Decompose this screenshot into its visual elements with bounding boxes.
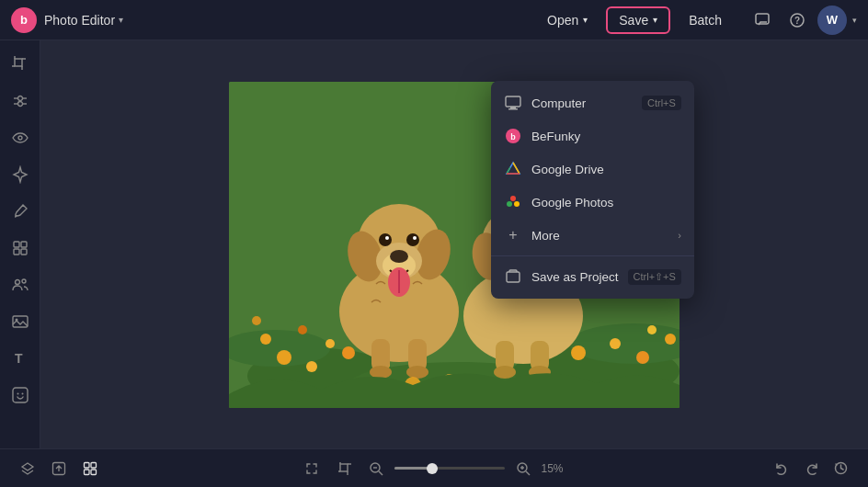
dropdown-divider <box>491 255 694 256</box>
footer-center: 15% <box>103 456 769 481</box>
undo-button[interactable] <box>769 456 794 481</box>
open-button[interactable]: Open ▾ <box>536 8 599 32</box>
project-icon <box>504 267 522 286</box>
header: b Photo Editor ▾ Open ▾ Save ▾ Batch ? W… <box>0 0 868 40</box>
svg-rect-102 <box>85 470 90 475</box>
redo-button[interactable] <box>798 456 824 481</box>
sidebar-item-brush[interactable] <box>4 195 37 228</box>
sidebar-item-eye[interactable] <box>4 121 37 154</box>
open-chevron: ▾ <box>583 15 588 25</box>
export-button[interactable] <box>46 456 72 481</box>
svg-point-96 <box>507 201 512 207</box>
save-computer-item[interactable]: Computer Ctrl+S <box>491 86 694 119</box>
expand-button[interactable] <box>299 456 325 481</box>
batch-button[interactable]: Batch <box>678 8 733 32</box>
project-label: Save as Project <box>531 270 619 284</box>
befunky-label: BeFunky <box>531 130 681 143</box>
svg-point-14 <box>18 136 22 140</box>
sidebar-item-sparkle[interactable] <box>4 158 37 191</box>
help-button[interactable]: ? <box>782 6 812 35</box>
save-button[interactable]: Save ▾ <box>606 6 670 34</box>
save-dropdown-menu: Computer Ctrl+S b BeFunky Google Drive <box>491 81 694 299</box>
zoom-out-button[interactable] <box>365 458 387 480</box>
svg-point-20 <box>22 279 26 283</box>
layers-button[interactable] <box>15 456 40 481</box>
svg-rect-3 <box>15 59 22 66</box>
svg-point-22 <box>15 319 17 322</box>
gphotos-icon <box>504 193 522 211</box>
computer-shortcut: Ctrl+S <box>642 96 681 110</box>
svg-point-26 <box>21 393 23 395</box>
svg-rect-87 <box>506 96 520 107</box>
svg-marker-92 <box>507 163 520 174</box>
avatar-chevron[interactable]: ▾ <box>852 16 857 25</box>
save-befunky-item[interactable]: b BeFunky <box>491 119 694 153</box>
sidebar: T <box>0 40 40 448</box>
zoom-level: 15% <box>542 462 574 475</box>
svg-line-115 <box>526 471 530 475</box>
svg-rect-24 <box>13 388 28 402</box>
computer-icon <box>504 94 522 112</box>
svg-rect-17 <box>14 249 19 255</box>
gdrive-icon <box>504 160 522 178</box>
svg-rect-104 <box>340 464 348 471</box>
app-logo[interactable]: b <box>11 7 37 33</box>
svg-rect-98 <box>507 272 520 282</box>
sidebar-item-layout[interactable] <box>4 232 37 265</box>
svg-rect-101 <box>91 462 97 468</box>
grid-button[interactable] <box>77 456 103 481</box>
save-chevron: ▾ <box>653 15 657 25</box>
zoom-thumb <box>427 463 438 474</box>
main-area: T <box>0 40 868 448</box>
more-chevron: › <box>678 230 681 241</box>
avatar-button[interactable]: W <box>817 6 847 35</box>
sidebar-item-people[interactable] <box>4 268 37 301</box>
more-icon: + <box>504 226 522 244</box>
svg-rect-103 <box>91 470 97 475</box>
svg-rect-15 <box>14 242 19 247</box>
svg-text:T: T <box>15 351 23 366</box>
zoom-in-button[interactable] <box>512 458 534 480</box>
project-shortcut: Ctrl+⇧+S <box>628 269 681 285</box>
svg-point-95 <box>514 201 520 207</box>
app-title-text: Photo Editor <box>44 13 115 28</box>
befunky-icon: b <box>504 127 522 145</box>
crop-tool-button[interactable] <box>332 456 358 481</box>
sidebar-item-text[interactable]: T <box>4 342 37 375</box>
svg-rect-16 <box>21 242 27 247</box>
svg-text:b: b <box>510 132 516 142</box>
zoom-slider[interactable] <box>394 467 505 470</box>
gphotos-label: Google Photos <box>531 196 681 210</box>
sidebar-item-edit[interactable] <box>4 85 37 118</box>
app-title-chevron: ▾ <box>119 15 123 25</box>
computer-label: Computer <box>531 96 633 110</box>
sidebar-item-sticker[interactable] <box>4 379 37 412</box>
sidebar-item-image[interactable] <box>4 305 37 338</box>
gdrive-label: Google Drive <box>531 163 681 176</box>
svg-point-19 <box>15 280 19 285</box>
svg-point-8 <box>17 96 22 101</box>
more-label: More <box>531 229 668 243</box>
history-button[interactable] <box>828 456 853 481</box>
svg-point-25 <box>17 393 18 395</box>
sidebar-item-crop[interactable] <box>4 48 37 81</box>
footer-left <box>15 456 103 481</box>
header-right: ? W ▾ <box>748 6 857 35</box>
svg-line-111 <box>379 471 383 475</box>
save-more-item[interactable]: + More › <box>491 219 694 252</box>
zoom-track <box>394 467 431 470</box>
save-gdrive-item[interactable]: Google Drive <box>491 153 694 186</box>
svg-point-94 <box>510 196 516 201</box>
svg-rect-89 <box>508 108 518 110</box>
svg-rect-18 <box>21 249 27 255</box>
svg-point-11 <box>17 102 22 107</box>
app-title-group[interactable]: Photo Editor ▾ <box>44 13 123 28</box>
save-project-item[interactable]: Save as Project Ctrl+⇧+S <box>491 260 694 293</box>
footer: 15% <box>0 448 868 487</box>
footer-right <box>769 456 853 481</box>
save-gphotos-item[interactable]: Google Photos <box>491 186 694 219</box>
svg-text:?: ? <box>794 16 800 26</box>
feedback-button[interactable] <box>748 6 777 35</box>
dropdown-overlay: Computer Ctrl+S b BeFunky Google Drive <box>40 81 868 448</box>
svg-rect-88 <box>510 107 516 108</box>
